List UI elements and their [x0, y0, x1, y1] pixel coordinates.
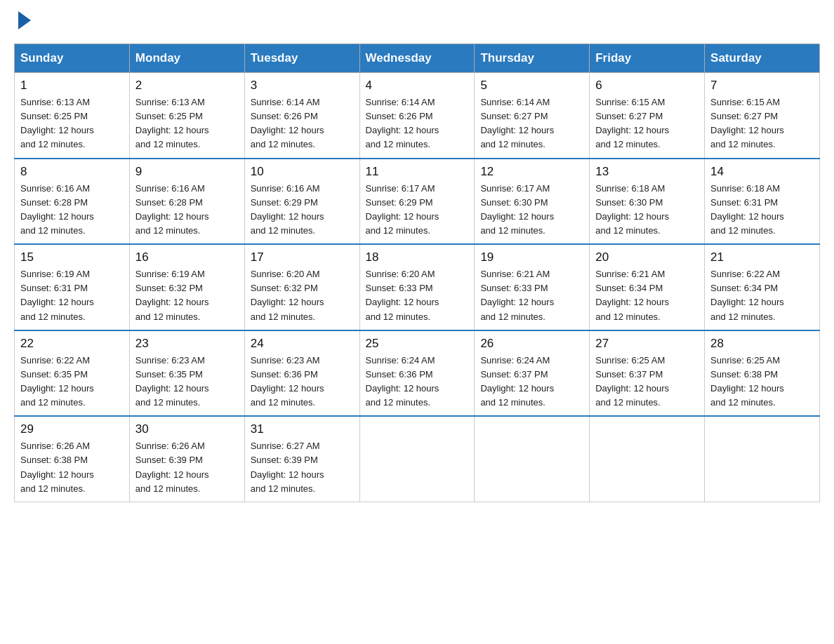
day-number: 25 — [366, 337, 469, 351]
calendar-cell: 17Sunrise: 6:20 AMSunset: 6:32 PMDayligh… — [244, 244, 359, 330]
calendar-cell — [475, 416, 590, 502]
calendar-header-row: SundayMondayTuesdayWednesdayThursdayFrid… — [15, 44, 820, 73]
day-info: Sunrise: 6:17 AMSunset: 6:30 PMDaylight:… — [480, 182, 583, 239]
calendar-cell — [590, 416, 705, 502]
calendar-week-row: 22Sunrise: 6:22 AMSunset: 6:35 PMDayligh… — [15, 330, 820, 417]
day-info: Sunrise: 6:24 AMSunset: 6:36 PMDaylight:… — [366, 354, 469, 410]
day-number: 3 — [251, 79, 354, 93]
day-number: 28 — [710, 337, 814, 351]
day-number: 17 — [251, 250, 354, 264]
day-info: Sunrise: 6:22 AMSunset: 6:34 PMDaylight:… — [710, 267, 814, 324]
day-number: 2 — [135, 79, 239, 93]
day-info: Sunrise: 6:13 AMSunset: 6:25 PMDaylight:… — [20, 95, 124, 152]
day-header-wednesday: Wednesday — [359, 44, 475, 73]
day-info: Sunrise: 6:26 AMSunset: 6:38 PMDaylight:… — [20, 439, 124, 496]
day-number: 4 — [366, 79, 469, 93]
calendar-cell: 4Sunrise: 6:14 AMSunset: 6:26 PMDaylight… — [359, 73, 475, 159]
calendar-week-row: 15Sunrise: 6:19 AMSunset: 6:31 PMDayligh… — [15, 244, 820, 330]
day-header-tuesday: Tuesday — [244, 44, 359, 73]
day-info: Sunrise: 6:24 AMSunset: 6:37 PMDaylight:… — [480, 354, 583, 410]
calendar-cell: 5Sunrise: 6:14 AMSunset: 6:27 PMDaylight… — [475, 73, 590, 159]
calendar-cell: 21Sunrise: 6:22 AMSunset: 6:34 PMDayligh… — [705, 244, 820, 330]
calendar-cell: 30Sunrise: 6:26 AMSunset: 6:39 PMDayligh… — [129, 416, 244, 502]
calendar-cell: 1Sunrise: 6:13 AMSunset: 6:25 PMDaylight… — [15, 73, 130, 159]
day-info: Sunrise: 6:26 AMSunset: 6:39 PMDaylight:… — [135, 439, 239, 496]
day-number: 7 — [710, 79, 814, 93]
calendar-week-row: 8Sunrise: 6:16 AMSunset: 6:28 PMDaylight… — [15, 159, 820, 245]
logo — [14, 14, 31, 29]
day-header-monday: Monday — [129, 44, 244, 73]
day-info: Sunrise: 6:16 AMSunset: 6:28 PMDaylight:… — [20, 182, 124, 239]
calendar-cell: 12Sunrise: 6:17 AMSunset: 6:30 PMDayligh… — [475, 159, 590, 245]
day-number: 26 — [480, 337, 583, 351]
day-info: Sunrise: 6:25 AMSunset: 6:38 PMDaylight:… — [710, 354, 814, 410]
day-info: Sunrise: 6:16 AMSunset: 6:29 PMDaylight:… — [251, 182, 354, 239]
calendar-cell: 13Sunrise: 6:18 AMSunset: 6:30 PMDayligh… — [590, 159, 705, 245]
calendar-cell: 22Sunrise: 6:22 AMSunset: 6:35 PMDayligh… — [15, 330, 130, 417]
day-info: Sunrise: 6:14 AMSunset: 6:27 PMDaylight:… — [480, 95, 583, 152]
day-info: Sunrise: 6:19 AMSunset: 6:31 PMDaylight:… — [20, 267, 124, 324]
day-info: Sunrise: 6:18 AMSunset: 6:30 PMDaylight:… — [595, 182, 699, 239]
day-number: 16 — [135, 250, 239, 264]
day-header-thursday: Thursday — [475, 44, 590, 73]
day-number: 30 — [135, 422, 239, 436]
day-info: Sunrise: 6:16 AMSunset: 6:28 PMDaylight:… — [135, 182, 239, 239]
day-number: 12 — [480, 165, 583, 179]
day-number: 21 — [710, 250, 814, 264]
day-info: Sunrise: 6:17 AMSunset: 6:29 PMDaylight:… — [366, 182, 469, 239]
calendar-week-row: 1Sunrise: 6:13 AMSunset: 6:25 PMDaylight… — [15, 73, 820, 159]
day-info: Sunrise: 6:27 AMSunset: 6:39 PMDaylight:… — [251, 439, 354, 496]
day-info: Sunrise: 6:19 AMSunset: 6:32 PMDaylight:… — [135, 267, 239, 324]
day-info: Sunrise: 6:13 AMSunset: 6:25 PMDaylight:… — [135, 95, 239, 152]
day-header-friday: Friday — [590, 44, 705, 73]
day-number: 15 — [20, 250, 124, 264]
calendar-cell: 27Sunrise: 6:25 AMSunset: 6:37 PMDayligh… — [590, 330, 705, 417]
calendar-cell: 9Sunrise: 6:16 AMSunset: 6:28 PMDaylight… — [129, 159, 244, 245]
calendar-cell: 18Sunrise: 6:20 AMSunset: 6:33 PMDayligh… — [359, 244, 475, 330]
calendar-cell: 10Sunrise: 6:16 AMSunset: 6:29 PMDayligh… — [244, 159, 359, 245]
day-info: Sunrise: 6:20 AMSunset: 6:32 PMDaylight:… — [251, 267, 354, 324]
day-number: 14 — [710, 165, 814, 179]
calendar-cell: 14Sunrise: 6:18 AMSunset: 6:31 PMDayligh… — [705, 159, 820, 245]
day-number: 24 — [251, 337, 354, 351]
day-number: 19 — [480, 250, 583, 264]
calendar-cell — [359, 416, 475, 502]
calendar-week-row: 29Sunrise: 6:26 AMSunset: 6:38 PMDayligh… — [15, 416, 820, 502]
calendar-cell: 11Sunrise: 6:17 AMSunset: 6:29 PMDayligh… — [359, 159, 475, 245]
logo-arrow-icon — [18, 11, 31, 29]
day-number: 10 — [251, 165, 354, 179]
day-info: Sunrise: 6:18 AMSunset: 6:31 PMDaylight:… — [710, 182, 814, 239]
calendar-cell — [705, 416, 820, 502]
day-number: 8 — [20, 165, 124, 179]
day-info: Sunrise: 6:23 AMSunset: 6:35 PMDaylight:… — [135, 354, 239, 410]
calendar-cell: 28Sunrise: 6:25 AMSunset: 6:38 PMDayligh… — [705, 330, 820, 417]
day-number: 1 — [20, 79, 124, 93]
calendar-cell: 6Sunrise: 6:15 AMSunset: 6:27 PMDaylight… — [590, 73, 705, 159]
day-info: Sunrise: 6:21 AMSunset: 6:34 PMDaylight:… — [595, 267, 699, 324]
calendar-cell: 16Sunrise: 6:19 AMSunset: 6:32 PMDayligh… — [129, 244, 244, 330]
day-number: 20 — [595, 250, 699, 264]
calendar-cell: 25Sunrise: 6:24 AMSunset: 6:36 PMDayligh… — [359, 330, 475, 417]
day-number: 11 — [366, 165, 469, 179]
calendar-cell: 8Sunrise: 6:16 AMSunset: 6:28 PMDaylight… — [15, 159, 130, 245]
calendar-cell: 20Sunrise: 6:21 AMSunset: 6:34 PMDayligh… — [590, 244, 705, 330]
calendar-cell: 7Sunrise: 6:15 AMSunset: 6:27 PMDaylight… — [705, 73, 820, 159]
day-header-saturday: Saturday — [705, 44, 820, 73]
day-info: Sunrise: 6:14 AMSunset: 6:26 PMDaylight:… — [251, 95, 354, 152]
calendar-cell: 29Sunrise: 6:26 AMSunset: 6:38 PMDayligh… — [15, 416, 130, 502]
day-info: Sunrise: 6:22 AMSunset: 6:35 PMDaylight:… — [20, 354, 124, 410]
day-info: Sunrise: 6:21 AMSunset: 6:33 PMDaylight:… — [480, 267, 583, 324]
day-number: 22 — [20, 337, 124, 351]
day-info: Sunrise: 6:25 AMSunset: 6:37 PMDaylight:… — [595, 354, 699, 410]
page-header — [14, 14, 820, 29]
calendar-cell: 31Sunrise: 6:27 AMSunset: 6:39 PMDayligh… — [244, 416, 359, 502]
day-info: Sunrise: 6:23 AMSunset: 6:36 PMDaylight:… — [251, 354, 354, 410]
calendar-cell: 2Sunrise: 6:13 AMSunset: 6:25 PMDaylight… — [129, 73, 244, 159]
day-info: Sunrise: 6:15 AMSunset: 6:27 PMDaylight:… — [595, 95, 699, 152]
day-number: 31 — [251, 422, 354, 436]
calendar-cell: 26Sunrise: 6:24 AMSunset: 6:37 PMDayligh… — [475, 330, 590, 417]
day-number: 27 — [595, 337, 699, 351]
day-number: 29 — [20, 422, 124, 436]
day-number: 6 — [595, 79, 699, 93]
day-number: 5 — [480, 79, 583, 93]
